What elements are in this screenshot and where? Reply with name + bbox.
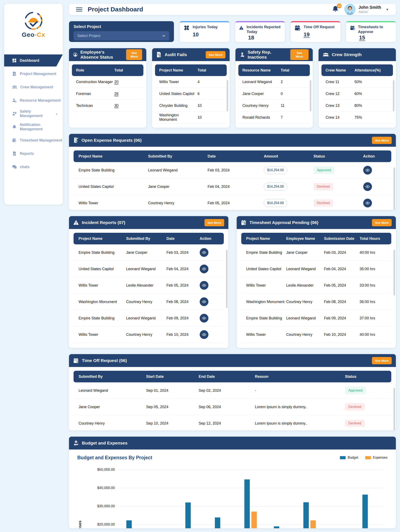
chart-legend: Budget Expenses xyxy=(340,456,387,459)
scrollbar[interactable] xyxy=(227,80,228,111)
column-header: Total xyxy=(114,68,139,73)
sidebar-item-chats[interactable]: chats xyxy=(4,161,63,173)
column-header: Submitted By xyxy=(79,374,146,379)
safety-inactions-card: Safety Rep. Inactions See More Resource … xyxy=(235,48,313,128)
row-value-link[interactable]: 30 xyxy=(114,103,139,108)
sidebar-item-safety-management[interactable]: Safety Management › xyxy=(4,108,63,120)
cell-employee-name: Leonard Wiegand xyxy=(286,316,324,320)
select-project-placeholder: Select Project xyxy=(77,34,100,38)
scrollbar[interactable] xyxy=(394,388,395,430)
stat-value-link[interactable]: 15 xyxy=(359,34,365,41)
view-button[interactable] xyxy=(200,297,208,306)
row-label: Technican xyxy=(76,103,114,108)
sidebar-item-reports[interactable]: Reports xyxy=(4,147,63,160)
scrollbar[interactable] xyxy=(310,80,311,111)
see-more-button[interactable]: See More xyxy=(206,51,225,58)
view-button[interactable] xyxy=(200,330,208,339)
scrollbar[interactable] xyxy=(393,80,394,111)
cell-project-name: Willis Tower xyxy=(246,332,286,337)
scrollbar[interactable] xyxy=(226,250,228,308)
budget-chart: Budget and Expenses $0.00$10,000.00$20,0… xyxy=(118,470,383,528)
bar-budget xyxy=(274,526,279,528)
see-more-button[interactable]: See More xyxy=(204,219,224,226)
logo-text: Geo-Cx xyxy=(22,31,45,38)
cell-submitted-by: Leonard Wiegand xyxy=(126,267,166,271)
cell-date: Feb 08, 2024 xyxy=(166,300,200,304)
sidebar-item-project-management[interactable]: Project Management xyxy=(4,68,63,80)
chart-title: Budget and Expenses By Project xyxy=(77,455,152,461)
dashboard-icon xyxy=(12,58,17,63)
notification-badge: 12 xyxy=(337,4,342,8)
card-title: Employee's Absence Status xyxy=(80,50,123,60)
select-project-dropdown[interactable]: Select Project xyxy=(74,31,169,40)
cell-start-date: Sep 05, 2024 xyxy=(146,405,199,409)
cell-project-name: Willis Tower xyxy=(246,283,286,288)
table-header: Resource Name Total xyxy=(238,64,310,76)
see-more-button[interactable]: See More xyxy=(372,137,392,144)
scrollbar[interactable] xyxy=(394,250,395,296)
table-row: Construction Manager 20 xyxy=(72,76,143,88)
resource-icon xyxy=(12,98,17,103)
bar-group: Washington Monument xyxy=(215,470,227,528)
view-button[interactable] xyxy=(200,281,208,290)
see-more-button[interactable]: See More xyxy=(290,49,309,60)
cell-reason: Lorem Ipsum is simply dummy.. xyxy=(255,421,345,426)
top-row: Select Project Select Project Injuries T… xyxy=(69,21,396,42)
stat-label: Incidents Reported Today xyxy=(247,25,281,34)
timesheet-pending-icon xyxy=(241,220,247,226)
scrollbar[interactable] xyxy=(394,167,395,210)
eye-icon xyxy=(202,267,206,271)
bar-budget xyxy=(126,520,132,528)
cell-submitted-by: Courtney Henry xyxy=(148,201,208,205)
amount-pill: $14,254.00 xyxy=(264,166,287,174)
cell-project-name: Empire State Building xyxy=(79,250,126,255)
cell-project-name: Empire State Building xyxy=(79,168,148,172)
cell-date: Feb 05, 2024 xyxy=(166,283,200,288)
table-row: Jane Cooper Sep 05, 2024 Sep 06, 2024 Lo… xyxy=(74,399,391,415)
stat-value-link[interactable]: 19 xyxy=(304,31,310,38)
hamburger-menu-icon[interactable] xyxy=(76,7,82,12)
sidebar-item-resource-management[interactable]: Resource Management xyxy=(4,94,63,106)
sidebar-item-notification-management[interactable]: Notification Management xyxy=(4,121,63,133)
row-label: United States Capitol xyxy=(159,92,197,96)
view-button[interactable] xyxy=(200,314,208,323)
view-button[interactable] xyxy=(200,248,208,257)
view-button[interactable] xyxy=(363,166,372,175)
view-button[interactable] xyxy=(363,182,372,191)
row-value-link[interactable]: 26 xyxy=(114,92,139,96)
cell-project-name: Washington Monument xyxy=(246,300,286,304)
view-button[interactable] xyxy=(200,265,208,273)
table-row: Crew 11 50% xyxy=(321,76,393,88)
cell-end-date: Sep 12, 2024 xyxy=(199,421,255,426)
notifications-button[interactable]: 12 xyxy=(332,5,339,13)
column-header: Project Name xyxy=(79,154,148,158)
bar-expenses xyxy=(311,520,316,528)
see-more-button[interactable]: See More xyxy=(372,357,392,364)
eye-icon xyxy=(202,250,206,255)
row-value: 75% xyxy=(355,115,389,120)
table-body: Construction Manager 20 Foreman 26 Techn… xyxy=(72,76,143,112)
bar-group: Empire State Building xyxy=(333,470,345,528)
sidebar-item-crew-management[interactable]: Crew Management xyxy=(4,81,63,93)
cell-submitted-by: Courtney Henry xyxy=(126,300,166,304)
stat-card-injuries: Injuries Today 10 xyxy=(180,21,229,42)
column-header: Submission Date xyxy=(324,236,360,241)
cell-start-date: Sep 01, 2024 xyxy=(146,388,199,393)
app-layout: Geo-Cx Dashboard Project Management Crew… xyxy=(0,0,400,532)
table-row: Leonard Wiegand Sep 01, 2024 Sep 02, 202… xyxy=(74,382,391,399)
sidebar-item-timesheet-management[interactable]: Timesheet Management xyxy=(4,134,63,146)
see-more-button[interactable]: See More xyxy=(126,49,142,60)
table-row: Willis Tower Leslie Alexander Feb 05, 20… xyxy=(241,277,392,294)
card-title: Safety Rep. Inactions xyxy=(248,50,287,60)
cell-employee-name: Courtney Henry xyxy=(286,332,324,337)
user-menu[interactable]: John Smith Admin ▼ xyxy=(344,4,389,15)
view-button[interactable] xyxy=(363,199,372,207)
eye-icon xyxy=(202,332,206,337)
see-more-button[interactable]: See More xyxy=(372,219,392,226)
select-project-label: Select Project xyxy=(74,24,169,29)
sidebar-item-dashboard[interactable]: Dashboard xyxy=(4,54,63,66)
timeoff-icon xyxy=(294,25,301,31)
row-value-link[interactable]: 20 xyxy=(114,80,139,84)
eye-icon xyxy=(202,316,206,320)
sidebar-item-label: chats xyxy=(20,165,30,169)
